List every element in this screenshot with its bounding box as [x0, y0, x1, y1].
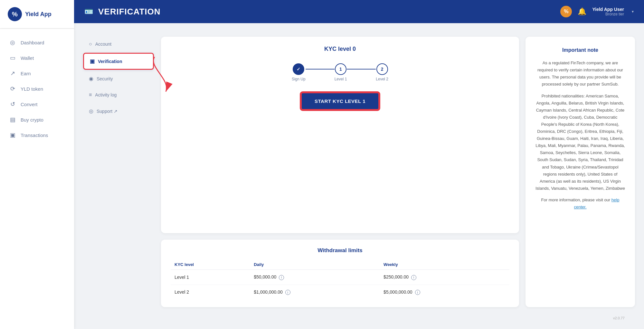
sidebar-label-transactions: Transactions: [21, 133, 48, 138]
note-para2: Prohibited nationalities: American Samoa…: [535, 93, 625, 192]
main-layout: ◎ Dashboard ▭ Wallet ↗ Earn ⟳ YLD token …: [0, 29, 644, 329]
sidebar-item-wallet[interactable]: ▭ Wallet: [0, 50, 74, 66]
earn-icon: ↗: [9, 70, 16, 77]
step-circle-level2: 2: [376, 63, 388, 75]
row1-daily-value: $50,000.00: [254, 274, 276, 279]
row2-level: Level 2: [171, 285, 250, 299]
buy-crypto-icon: ▤: [9, 116, 16, 123]
yld-icon: ⟳: [9, 85, 16, 92]
activity-log-icon: ≡: [89, 92, 92, 98]
topbar-actions: % 🔔 Yield App User Bronze tier ▾: [560, 6, 634, 17]
row2-weekly-info[interactable]: i: [415, 290, 420, 295]
main-panels: KYC level 0 ✓ Sign Up 1 Level: [161, 37, 635, 321]
row2-weekly: $5,000,000.00 i: [380, 285, 509, 299]
row1-weekly: $250,000.00 i: [380, 270, 509, 285]
note-para1: As a regulated FinTech company, we are r…: [535, 59, 625, 88]
sub-nav-label-activity-log: Activity log: [95, 92, 117, 97]
sub-nav-label-account: Account: [95, 41, 112, 47]
sidebar-label-convert: Convert: [21, 102, 38, 107]
app-wrapper: % Yield App 🪪 VERIFICATION % 🔔 Yield App…: [0, 0, 644, 329]
sub-nav-label-security: Security: [97, 76, 113, 81]
wallet-icon: ▭: [9, 54, 16, 61]
convert-icon: ↺: [9, 101, 16, 108]
sidebar-label-yld: YLD token: [21, 86, 43, 92]
kyc-card: KYC level 0 ✓ Sign Up 1 Level: [161, 37, 519, 233]
btn-container: START KYC LEVEL 1: [171, 92, 509, 110]
note-para3-text: For more information, please visit our: [541, 197, 611, 202]
sidebar-item-earn[interactable]: ↗ Earn: [0, 66, 74, 81]
step-level2: 2 Level 2: [376, 63, 388, 81]
row2-daily: $1,000,000.00 i: [250, 285, 380, 299]
step-level1: 1 Level 1: [335, 63, 347, 81]
row1-daily-info[interactable]: i: [279, 275, 284, 280]
topbar: 🪪 VERIFICATION % 🔔 Yield App User Bronze…: [74, 0, 644, 23]
panels-row: KYC level 0 ✓ Sign Up 1 Level: [161, 37, 635, 307]
start-kyc-button[interactable]: START KYC LEVEL 1: [301, 92, 379, 110]
step-label-signup: Sign Up: [292, 77, 306, 81]
dashboard-icon: ◎: [9, 39, 16, 46]
sidebar: % Yield App: [0, 0, 74, 29]
table-row: Level 2 $1,000,000.00 i $5,000,000.00 i: [171, 285, 509, 299]
logo-area: % Yield App: [0, 0, 74, 29]
sub-nav-activity-log[interactable]: ≡ Activity log: [83, 87, 154, 102]
step-signup: ✓ Sign Up: [292, 63, 306, 81]
table-row: Level 1 $50,000.00 i $250,000.00 i: [171, 270, 509, 285]
account-icon: ○: [89, 41, 92, 47]
withdrawal-card: Withdrawal limits KYC level Daily Weekly: [161, 240, 519, 307]
note-card: Important note As a regulated FinTech co…: [526, 37, 635, 307]
sidebar-label-wallet: Wallet: [21, 55, 34, 61]
app-header: % Yield App 🪪 VERIFICATION % 🔔 Yield App…: [0, 0, 644, 29]
step-circle-signup: ✓: [293, 63, 304, 75]
withdrawal-title: Withdrawal limits: [171, 247, 509, 254]
kyc-column: KYC level 0 ✓ Sign Up 1 Level: [161, 37, 519, 307]
user-dropdown-arrow[interactable]: ▾: [632, 9, 634, 14]
sub-nav-security[interactable]: ◉ Security: [83, 71, 154, 86]
row2-daily-info[interactable]: i: [285, 290, 290, 295]
percentage-badge[interactable]: %: [560, 6, 572, 17]
col-weekly: Weekly: [380, 260, 509, 270]
sidebar-label-dashboard: Dashboard: [21, 40, 44, 45]
version-text: v2.0.77: [161, 314, 635, 321]
sidebar-item-dashboard[interactable]: ◎ Dashboard: [0, 35, 74, 50]
left-sidebar: ◎ Dashboard ▭ Wallet ↗ Earn ⟳ YLD token …: [0, 29, 74, 329]
app-name: Yield App: [25, 11, 52, 18]
col-daily: Daily: [250, 260, 380, 270]
step-label-level1: Level 1: [335, 77, 347, 81]
kyc-level-title: KYC level 0: [171, 46, 509, 52]
sub-nav-account[interactable]: ○ Account: [83, 37, 154, 51]
security-icon: ◉: [89, 76, 93, 82]
verification-icon: 🪪: [84, 7, 93, 16]
step-line-2: [347, 69, 376, 69]
sub-sidebar: ○ Account ▣ Verification ◉ Security ≡ Ac…: [83, 37, 154, 321]
sub-nav-support[interactable]: ◎ Support ↗: [83, 104, 154, 119]
sidebar-item-convert[interactable]: ↺ Convert: [0, 96, 74, 112]
row1-daily: $50,000.00 i: [250, 270, 380, 285]
note-para3: For more information, please visit our h…: [535, 196, 625, 211]
sub-nav-label-verification: Verification: [98, 59, 122, 64]
sidebar-label-buy-crypto: Buy crypto: [21, 117, 43, 123]
nav-list: ◎ Dashboard ▭ Wallet ↗ Earn ⟳ YLD token …: [0, 29, 74, 329]
row2-daily-value: $1,000,000.00: [254, 289, 283, 295]
row1-weekly-info[interactable]: i: [411, 275, 416, 280]
user-tier: Bronze tier: [592, 12, 624, 16]
content-area: ○ Account ▣ Verification ◉ Security ≡ Ac…: [74, 29, 644, 329]
sidebar-item-yld[interactable]: ⟳ YLD token: [0, 81, 74, 96]
verification-nav-icon: ▣: [90, 58, 95, 64]
step-label-level2: Level 2: [376, 77, 388, 81]
sub-nav-verification[interactable]: ▣ Verification: [83, 53, 154, 70]
bell-icon[interactable]: 🔔: [578, 7, 586, 16]
note-title: Important note: [535, 46, 625, 54]
row1-level: Level 1: [171, 270, 250, 285]
sidebar-label-earn: Earn: [21, 71, 31, 76]
user-info[interactable]: Yield App User Bronze tier: [592, 7, 624, 16]
progress-steps: ✓ Sign Up 1 Level 1 2: [171, 60, 509, 85]
sidebar-item-transactions[interactable]: ▣ Transactions: [0, 127, 74, 143]
logo-symbol: %: [12, 11, 18, 18]
user-name: Yield App User: [592, 7, 624, 12]
page-title: VERIFICATION: [98, 7, 161, 17]
row2-weekly-value: $5,000,000.00: [384, 289, 412, 295]
step-circle-level1: 1: [335, 63, 346, 75]
sub-nav-label-support: Support ↗: [97, 109, 118, 114]
transactions-icon: ▣: [9, 132, 16, 139]
sidebar-item-buy-crypto[interactable]: ▤ Buy crypto: [0, 112, 74, 127]
